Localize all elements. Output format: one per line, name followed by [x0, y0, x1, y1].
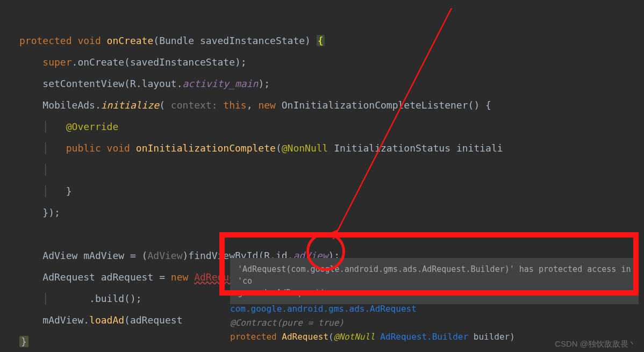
indent-guide: │	[42, 185, 48, 197]
indent-guide: │	[42, 293, 48, 304]
fn-onInitializationComplete: onInitializationComplete	[136, 142, 276, 154]
kw-this: this	[223, 99, 246, 111]
brace-open: {	[317, 35, 325, 46]
quick-doc[interactable]: com.google.android.gms.ads.AdRequest @Co…	[230, 302, 639, 344]
fn-initialize: initialize	[101, 99, 159, 111]
ref-layout: layout	[142, 78, 177, 89]
field-activity_main: activity_main	[182, 78, 258, 89]
type-Bundle: Bundle	[159, 35, 194, 46]
kw-protected: protected	[19, 35, 72, 46]
fn-onCreate: onCreate	[107, 35, 154, 46]
indent-guide: │	[42, 164, 48, 175]
call-onCreate: onCreate	[77, 56, 124, 68]
var-mAdView: mAdView	[83, 250, 124, 261]
ref-MobileAds: MobileAds	[42, 99, 95, 111]
kw-public: public	[66, 142, 101, 154]
var-adRequest: adRequest	[101, 271, 154, 283]
kw-void: void	[77, 35, 101, 46]
error-tooltip-line2: gms.ads.AdRequest'	[238, 287, 631, 299]
brace-close: }	[19, 336, 28, 347]
ann-Override: @Override	[66, 121, 119, 132]
param-savedInstanceState: savedInstanceState	[200, 35, 305, 46]
arg-adRequest: adRequest	[130, 314, 183, 326]
ref-mAdView: mAdView	[42, 314, 83, 326]
kw-super: super	[42, 56, 71, 68]
cast-AdView: AdView	[147, 250, 182, 261]
error-tooltip-line1: 'AdRequest(com.google.android.gms.ads.Ad…	[238, 263, 631, 287]
fn-loadAd: loadAd	[89, 314, 124, 326]
kw-new2: new	[171, 271, 189, 283]
call-build: build	[95, 293, 124, 304]
doc-contract: @Contract(pure = true)	[230, 316, 639, 330]
watermark: CSDN @独饮敌敌畏丶	[555, 340, 636, 348]
param-initiali: initiali	[456, 142, 503, 154]
arg-savedInstanceState: savedInstanceState	[130, 56, 235, 68]
kw-new: new	[258, 99, 276, 111]
indent-guide: │	[42, 121, 48, 132]
call-setContentView: setContentView	[42, 78, 124, 89]
hint-context: context:	[171, 99, 218, 111]
ref-R: R	[130, 78, 136, 89]
type-OnInitializationCompleteListener: OnInitializationCompleteListener	[282, 99, 468, 111]
type-AdRequest: AdRequest	[42, 271, 95, 283]
type-InitializationStatus: InitializationStatus	[334, 142, 450, 154]
ann-NonNull: @NonNull	[282, 142, 328, 154]
type-AdView: AdView	[42, 250, 77, 261]
indent-guide: │	[42, 142, 48, 154]
error-tooltip[interactable]: 'AdRequest(com.google.android.gms.ads.Ad…	[230, 258, 639, 304]
kw-void: void	[107, 142, 130, 154]
